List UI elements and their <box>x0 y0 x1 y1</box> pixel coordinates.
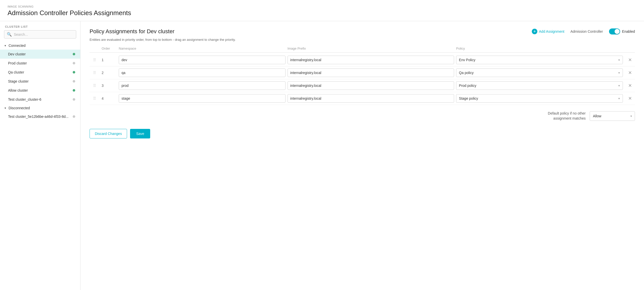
default-policy-select[interactable]: Allow Deny <box>590 111 635 121</box>
default-policy-select-wrapper: Allow Deny ▼ <box>590 111 635 121</box>
cluster-item-disconnected-label: Test cluster_5e12b6be-a46d-4f33-8d... <box>8 115 69 119</box>
policy-select-4[interactable]: Env Policy Qa policy Prod policy Stage p… <box>456 94 623 103</box>
image-prefix-input-2[interactable] <box>288 68 454 77</box>
cluster-status-disconnected <box>73 115 75 118</box>
save-button[interactable]: Save <box>130 129 150 138</box>
right-panel: Policy Assignments for Dev cluster + Add… <box>80 21 644 290</box>
cluster-item-dev-label: Dev cluster <box>8 52 26 56</box>
image-prefix-input-4[interactable] <box>288 94 454 103</box>
cluster-list-label: CLUSTER LIST <box>0 21 80 30</box>
remove-row-4-button[interactable]: ✕ <box>625 96 635 101</box>
order-4: 4 <box>102 96 117 100</box>
cluster-item-disconnected[interactable]: Test cluster_5e12b6be-a46d-4f33-8d... <box>0 112 80 121</box>
cluster-item-qa-label: Qa cluster <box>8 70 24 74</box>
namespace-input-1[interactable] <box>119 56 286 64</box>
cluster-item-prod-label: Prod cluster <box>8 61 27 65</box>
cluster-status-dev <box>73 53 75 55</box>
cluster-item-test6-label: Test cluster_cluster-6 <box>8 97 41 101</box>
image-prefix-header: Image Prefix <box>288 47 454 50</box>
search-box: 🔍 <box>4 30 76 39</box>
connected-group-label: Connected <box>9 44 26 48</box>
cluster-item-prod[interactable]: Prod cluster <box>0 59 80 68</box>
disconnected-group-label: Disconnected <box>9 106 30 110</box>
policy-select-wrapper-1: Env Policy Qa policy Prod policy Stage p… <box>456 56 623 64</box>
admission-controller-label: Admission Controller <box>570 29 603 33</box>
table-header-row: Order Namespace Image Prefix Policy <box>90 47 635 53</box>
cluster-item-allow-label: Allow cluster <box>8 88 28 92</box>
table-row: ⠿ 4 Env Policy Qa policy Prod policy Sta… <box>90 92 635 105</box>
namespace-input-4[interactable] <box>119 94 286 103</box>
policy-select-1[interactable]: Env Policy Qa policy Prod policy Stage p… <box>456 56 623 64</box>
policy-select-3[interactable]: Env Policy Qa policy Prod policy Stage p… <box>456 81 623 90</box>
panel-header: Policy Assignments for Dev cluster + Add… <box>90 28 635 35</box>
cluster-item-test6[interactable]: Test cluster_cluster-6 <box>0 95 80 104</box>
remove-row-1-button[interactable]: ✕ <box>625 57 635 63</box>
policy-select-2[interactable]: Env Policy Qa policy Prod policy Stage p… <box>456 68 623 77</box>
order-3: 3 <box>102 84 117 88</box>
footer-actions: Discard Changes Save <box>90 129 635 138</box>
cluster-item-stage-label: Stage cluster <box>8 79 29 83</box>
admission-controller-toggle[interactable] <box>609 28 620 34</box>
add-assignment-label: Add Assignment <box>539 29 564 33</box>
drag-handle-2[interactable]: ⠿ <box>90 70 100 75</box>
remove-row-3-button[interactable]: ✕ <box>625 83 635 88</box>
namespace-input-3[interactable] <box>119 81 286 90</box>
namespace-input-2[interactable] <box>119 68 286 77</box>
table-row: ⠿ 1 Env Policy Qa policy Prod policy Sta… <box>90 54 635 66</box>
panel-actions: + Add Assignment Admission Controller En… <box>532 28 635 34</box>
remove-header <box>625 47 635 50</box>
main-content: CLUSTER LIST 🔍 ▼ Connected Dev cluster P… <box>0 21 644 290</box>
drag-handle-1[interactable]: ⠿ <box>90 58 100 62</box>
default-policy-row: Default policy if no otherassignment mat… <box>90 111 635 121</box>
add-icon: + <box>532 29 537 34</box>
image-prefix-input-3[interactable] <box>288 81 454 90</box>
disconnected-group-header[interactable]: ▼ Disconnected <box>0 104 80 112</box>
drag-handle-4[interactable]: ⠿ <box>90 96 100 101</box>
policy-select-wrapper-2: Env Policy Qa policy Prod policy Stage p… <box>456 68 623 77</box>
sidebar: CLUSTER LIST 🔍 ▼ Connected Dev cluster P… <box>0 21 80 290</box>
assignment-table: Order Namespace Image Prefix Policy ⠿ 1 … <box>90 47 635 105</box>
connected-group-header[interactable]: ▼ Connected <box>0 42 80 50</box>
order-2: 2 <box>102 71 117 75</box>
cluster-status-test6 <box>73 98 75 101</box>
chevron-down-icon: ▼ <box>4 44 7 47</box>
order-1: 1 <box>102 58 117 62</box>
cluster-item-dev[interactable]: Dev cluster <box>0 50 80 59</box>
policy-select-wrapper-3: Env Policy Qa policy Prod policy Stage p… <box>456 81 623 90</box>
breadcrumb: IMAGE SCANNING <box>8 5 636 8</box>
page-wrapper: IMAGE SCANNING Admission Controller Poli… <box>0 0 644 290</box>
toggle-area: Enabled <box>609 28 635 34</box>
order-header: Order <box>102 47 117 50</box>
search-icon: 🔍 <box>7 32 12 37</box>
panel-title: Policy Assignments for Dev cluster <box>90 28 174 35</box>
search-input[interactable] <box>14 32 73 37</box>
remove-row-2-button[interactable]: ✕ <box>625 70 635 76</box>
cluster-item-allow[interactable]: Allow cluster <box>0 86 80 95</box>
priority-hint: Entities are evaluated in priority order… <box>90 38 635 42</box>
image-prefix-input-1[interactable] <box>288 56 454 64</box>
cluster-status-stage <box>73 80 75 83</box>
page-header: IMAGE SCANNING Admission Controller Poli… <box>0 0 644 21</box>
toggle-enabled-label: Enabled <box>622 29 635 33</box>
policy-header: Policy <box>456 47 623 50</box>
default-policy-label: Default policy if no otherassignment mat… <box>548 111 586 121</box>
cluster-status-prod <box>73 62 75 64</box>
table-row: ⠿ 3 Env Policy Qa policy Prod policy Sta… <box>90 79 635 92</box>
policy-select-wrapper-4: Env Policy Qa policy Prod policy Stage p… <box>456 94 623 103</box>
page-title: Admission Controller Policies Assignment… <box>8 9 636 17</box>
cluster-item-stage[interactable]: Stage cluster <box>0 77 80 86</box>
discard-changes-button[interactable]: Discard Changes <box>90 129 127 138</box>
drag-handle-3[interactable]: ⠿ <box>90 83 100 88</box>
table-row: ⠿ 2 Env Policy Qa policy Prod policy Sta… <box>90 66 635 79</box>
add-assignment-button[interactable]: + Add Assignment <box>532 29 564 34</box>
cluster-status-qa <box>73 71 75 74</box>
toggle-thumb <box>615 29 620 34</box>
namespace-header: Namespace <box>119 47 286 50</box>
drag-header <box>90 47 100 50</box>
cluster-item-qa[interactable]: Qa cluster <box>0 68 80 77</box>
cluster-status-allow <box>73 89 75 92</box>
chevron-down-icon-disconnected: ▼ <box>4 107 7 110</box>
